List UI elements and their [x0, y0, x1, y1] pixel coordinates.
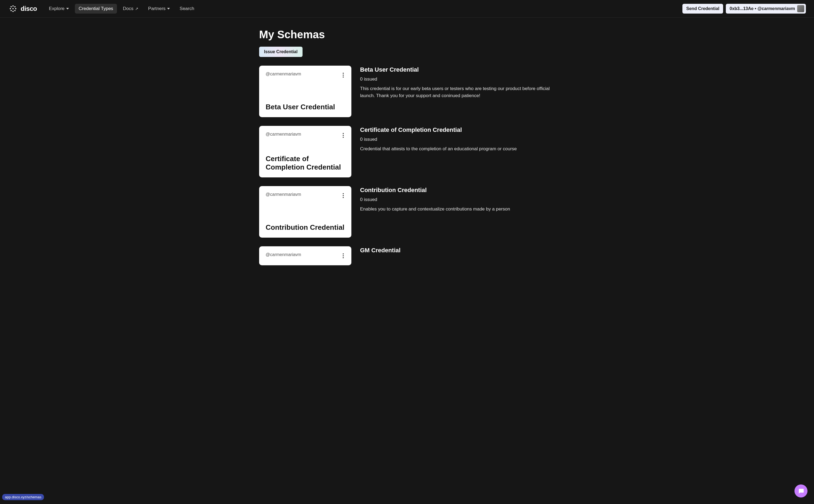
card-handle: @carmenmariavm: [266, 72, 301, 76]
schema-card[interactable]: @carmenmariavm Contribution Credential: [259, 186, 351, 238]
detail-description: Credential that attests to the completio…: [360, 145, 555, 152]
status-url: app.disco.xyz/schemas: [2, 494, 44, 500]
brand-logo[interactable]: disco: [8, 4, 37, 14]
chevron-down-icon: [66, 8, 69, 9]
nav-links: Explore Credential Types Docs ↗ Partners…: [45, 4, 198, 14]
schema-detail: Contribution Credential 0 issued Enables…: [360, 186, 555, 238]
svg-point-6: [11, 10, 12, 11]
svg-point-4: [11, 6, 12, 7]
schema-card[interactable]: @carmenmariavm Certificate of Completion…: [259, 126, 351, 177]
card-handle: @carmenmariavm: [266, 132, 301, 137]
detail-title: Beta User Credential: [360, 66, 555, 73]
svg-point-0: [12, 5, 14, 7]
detail-issued-count: 0 issued: [360, 197, 555, 202]
schema-row: @carmenmariavm Contribution Credential C…: [259, 186, 555, 238]
nav-docs[interactable]: Docs ↗: [119, 4, 142, 14]
schema-detail: Beta User Credential 0 issued This crede…: [360, 66, 555, 117]
avatar: [797, 5, 804, 12]
issue-credential-button[interactable]: Issue Credential: [259, 47, 303, 57]
send-credential-button[interactable]: Send Credential: [682, 4, 723, 14]
nav-search[interactable]: Search: [176, 4, 198, 14]
svg-point-5: [14, 6, 15, 7]
account-menu[interactable]: 0xb3...13Ae • @carmenmariavm: [726, 4, 806, 14]
nav-right: Send Credential 0xb3...13Ae • @carmenmar…: [682, 4, 806, 14]
nav-explore-label: Explore: [49, 6, 65, 11]
schema-card[interactable]: @carmenmariavm: [259, 246, 351, 265]
detail-title: Certificate of Completion Credential: [360, 126, 555, 133]
schema-row: @carmenmariavm GM Credential: [259, 246, 555, 265]
card-title: Contribution Credential: [266, 223, 345, 232]
page-title: My Schemas: [259, 28, 555, 41]
schema-row: @carmenmariavm Certificate of Completion…: [259, 126, 555, 177]
top-nav: disco Explore Credential Types Docs ↗ Pa…: [0, 0, 814, 18]
svg-point-8: [12, 8, 14, 9]
detail-issued-count: 0 issued: [360, 76, 555, 82]
more-options-icon[interactable]: [342, 252, 345, 259]
nav-explore[interactable]: Explore: [45, 4, 73, 14]
nav-search-label: Search: [180, 6, 194, 11]
main-content: My Schemas Issue Credential @carmenmaria…: [259, 18, 555, 290]
more-options-icon[interactable]: [342, 72, 345, 79]
external-link-icon: ↗: [135, 7, 138, 11]
account-label: 0xb3...13Ae • @carmenmariavm: [730, 6, 795, 11]
more-options-icon[interactable]: [342, 132, 345, 139]
chat-button[interactable]: [794, 484, 807, 497]
detail-description: This credential is for our early beta us…: [360, 85, 555, 99]
svg-point-2: [10, 8, 11, 9]
schema-row: @carmenmariavm Beta User Credential Beta…: [259, 66, 555, 117]
nav-docs-label: Docs: [123, 6, 133, 11]
nav-credential-types-label: Credential Types: [79, 6, 113, 11]
schema-detail: GM Credential: [360, 246, 555, 265]
svg-point-1: [12, 11, 14, 12]
chevron-down-icon: [167, 8, 170, 9]
card-title: Certificate of Completion Credential: [266, 155, 345, 171]
detail-issued-count: 0 issued: [360, 137, 555, 142]
more-options-icon[interactable]: [342, 192, 345, 199]
nav-partners-label: Partners: [148, 6, 166, 11]
svg-point-3: [15, 8, 16, 9]
detail-title: Contribution Credential: [360, 187, 555, 194]
schema-detail: Certificate of Completion Credential 0 i…: [360, 126, 555, 177]
brand-name: disco: [21, 5, 37, 12]
card-title: Beta User Credential: [266, 103, 345, 111]
schema-card[interactable]: @carmenmariavm Beta User Credential: [259, 66, 351, 117]
card-handle: @carmenmariavm: [266, 192, 301, 197]
nav-credential-types[interactable]: Credential Types: [75, 4, 117, 14]
chat-icon: [798, 488, 804, 494]
card-handle: @carmenmariavm: [266, 252, 301, 257]
detail-description: Enables you to capture and contextualize…: [360, 206, 555, 213]
disco-logo-icon: [8, 4, 18, 14]
detail-title: GM Credential: [360, 247, 555, 254]
svg-point-7: [14, 10, 15, 11]
nav-partners[interactable]: Partners: [144, 4, 174, 14]
